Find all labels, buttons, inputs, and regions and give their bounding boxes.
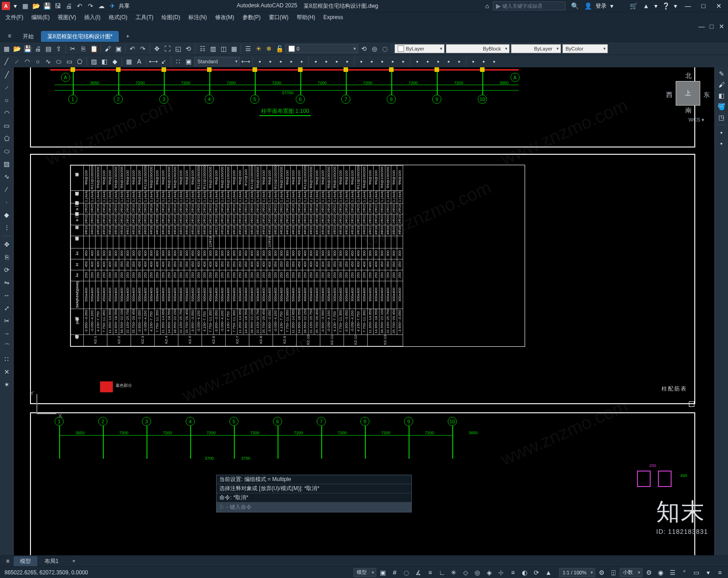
new-icon[interactable]: ▦: [2, 44, 11, 53]
r3-icon[interactable]: ▪: [378, 57, 387, 66]
p2-icon[interactable]: ▪: [266, 57, 275, 66]
r5-icon[interactable]: ▪: [399, 57, 408, 66]
plot-icon[interactable]: 🖨: [64, 1, 73, 10]
close-button[interactable]: ✕: [712, 1, 726, 11]
menu-视图[interactable]: 视图(V): [54, 12, 80, 22]
dim-icon[interactable]: ⟷: [149, 57, 158, 66]
menu-标注[interactable]: 标注(N): [185, 12, 211, 22]
search-go-icon[interactable]: 🔍: [571, 3, 579, 9]
array-icon[interactable]: ∷: [173, 57, 182, 66]
status-transp-icon[interactable]: ◐: [519, 568, 530, 578]
gear-icon[interactable]: ⚙: [596, 568, 607, 578]
status-polar-icon[interactable]: ✳: [448, 568, 459, 578]
open-icon[interactable]: 📂: [31, 1, 40, 10]
help-icon[interactable]: ❔: [661, 1, 670, 10]
extend-icon[interactable]: →: [1, 328, 13, 339]
status-infer-icon[interactable]: ∡: [413, 568, 424, 578]
status-ann-icon[interactable]: ▲: [543, 568, 554, 578]
customize-icon[interactable]: ≡: [714, 568, 725, 578]
menu-修改[interactable]: 修改(M): [212, 12, 238, 22]
redo-icon[interactable]: ↷: [86, 1, 95, 10]
autodesk-icon[interactable]: ▲: [642, 1, 651, 10]
doc-close-button[interactable]: ✕: [717, 22, 726, 31]
gradient-icon[interactable]: ◧: [100, 57, 109, 66]
status-ortho-icon[interactable]: ∟: [436, 568, 447, 578]
layer-iso-icon[interactable]: ◎: [370, 44, 379, 53]
viewcube-top-face[interactable]: 上: [676, 81, 700, 106]
maximize-button[interactable]: □: [696, 1, 711, 11]
block2-icon[interactable]: ▣: [184, 57, 193, 66]
layout-list-icon[interactable]: ≡: [3, 558, 13, 564]
tab-list-icon[interactable]: ≡: [4, 30, 15, 42]
p3-icon[interactable]: ▪: [276, 57, 285, 66]
t3-icon[interactable]: ▪: [490, 57, 499, 66]
help-chevron[interactable]: ▾: [674, 3, 677, 9]
file-tab[interactable]: +: [120, 31, 136, 42]
file-tab[interactable]: 某8层框架住宅结构设计图*: [41, 31, 119, 42]
signin-chevron[interactable]: ▾: [610, 3, 613, 9]
undo-icon[interactable]: ↶: [128, 44, 137, 53]
status-clean-icon[interactable]: ▭: [691, 568, 702, 578]
line-icon[interactable]: ╱: [2, 57, 11, 66]
block-ico-icon[interactable]: ▦: [229, 44, 238, 53]
redo-icon[interactable]: ↷: [138, 44, 147, 53]
drawing-canvas[interactable]: www.znzmo.com www.znzmo.com www.znzmo.co…: [14, 67, 714, 555]
layout-tab[interactable]: +: [66, 556, 82, 566]
units-combo[interactable]: 小数: [620, 568, 642, 577]
a1-icon[interactable]: ▪: [717, 128, 726, 137]
s3-icon[interactable]: ▪: [434, 57, 443, 66]
r1-icon[interactable]: ▪: [357, 57, 366, 66]
status-custom-icon[interactable]: ▾: [703, 568, 713, 578]
file-tab[interactable]: 开始: [16, 31, 40, 42]
rotate-icon[interactable]: ⟳: [1, 264, 13, 275]
circle-icon[interactable]: ○: [33, 57, 42, 66]
menu-工具[interactable]: 工具(T): [132, 12, 157, 22]
dimstyle-icon[interactable]: ⟷: [241, 57, 250, 66]
signin-label[interactable]: 登录: [596, 2, 607, 10]
layer-sun-icon[interactable]: ☀: [254, 44, 263, 53]
status-lwt-icon[interactable]: ≡: [507, 568, 518, 578]
scale-icon[interactable]: ⤢: [1, 303, 13, 314]
poly-icon[interactable]: ⬠: [1, 133, 13, 144]
paste-icon[interactable]: 📋: [89, 44, 98, 53]
open-icon[interactable]: 📂: [12, 44, 21, 53]
gradient-icon[interactable]: ◧: [717, 91, 726, 100]
doc-restore-button[interactable]: □: [707, 22, 716, 31]
pan-icon[interactable]: ✥: [152, 44, 162, 53]
layer-freeze-icon[interactable]: ❄: [264, 44, 273, 53]
menu-参数[interactable]: 参数(P): [239, 12, 264, 22]
copy-icon[interactable]: ⎘: [79, 44, 88, 53]
tool-pal-icon[interactable]: ◫: [219, 44, 228, 53]
menu-帮助[interactable]: 帮助(H): [293, 12, 319, 22]
viewcube-north[interactable]: 北: [685, 72, 692, 80]
a2-icon[interactable]: ▪: [717, 139, 726, 148]
viewcube-wcs[interactable]: WCS ▾: [688, 117, 704, 123]
command-line[interactable]: 当前设置: 编组模式 = Multiple 选择注释对象或 [放弃(U)/模式(…: [216, 475, 412, 512]
status-iso-icon[interactable]: ◇: [460, 568, 471, 578]
brush-icon[interactable]: 🖌: [717, 80, 726, 89]
layer-lock-icon[interactable]: 🔓: [275, 44, 284, 53]
p5-icon[interactable]: ▪: [297, 57, 306, 66]
s5-icon[interactable]: ▪: [455, 57, 464, 66]
q1-icon[interactable]: ▪: [311, 57, 320, 66]
app-menu-chevron[interactable]: ▾: [14, 3, 17, 9]
status-3dosnap-icon[interactable]: ◈: [484, 568, 495, 578]
minimize-button[interactable]: —: [681, 1, 695, 11]
spline-icon[interactable]: ∿: [1, 171, 13, 182]
rect-icon[interactable]: ▭: [1, 120, 13, 131]
arc-icon[interactable]: ◠: [1, 107, 13, 118]
array-icon[interactable]: ∷: [1, 354, 13, 365]
copy-icon[interactable]: ⎘: [1, 252, 13, 263]
pencil-icon[interactable]: ✎: [717, 69, 726, 78]
line-icon[interactable]: ╱: [1, 69, 13, 80]
status-ann-mon-icon[interactable]: ◉: [655, 568, 666, 578]
viewcube-east[interactable]: 东: [703, 91, 710, 99]
p4-icon[interactable]: ▪: [287, 57, 296, 66]
viewcube[interactable]: 北 西 东 南 上 WCS ▾: [667, 72, 709, 127]
status-otrack-icon[interactable]: ⊹: [495, 568, 506, 578]
doc-minimize-button[interactable]: —: [697, 22, 706, 31]
point-icon[interactable]: ·: [1, 197, 13, 208]
saveas-icon[interactable]: 🖫: [53, 1, 62, 10]
circle-icon[interactable]: ○: [1, 95, 13, 106]
status-workspace-icon[interactable]: ⚙: [643, 568, 654, 578]
